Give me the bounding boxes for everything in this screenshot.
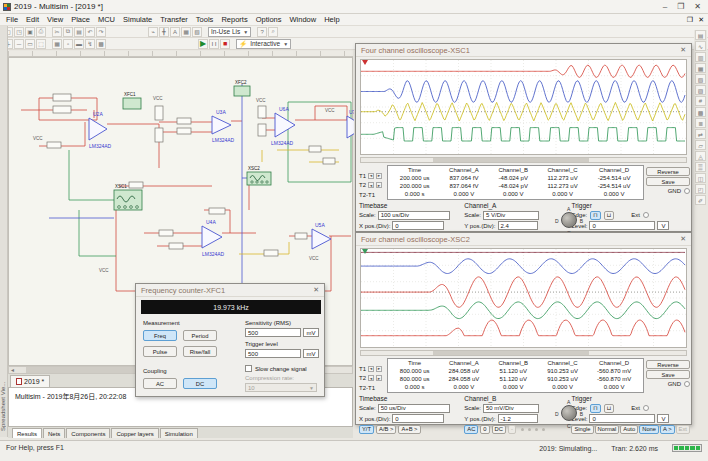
measurement-probe-icon[interactable]: ✐ xyxy=(695,195,706,205)
xsc2-minus-button[interactable]: - xyxy=(508,425,516,434)
function-generator-icon[interactable]: ∿ xyxy=(695,41,706,51)
xsc1-close-icon[interactable]: ✕ xyxy=(680,46,686,54)
xsc2-graph-area[interactable] xyxy=(360,248,687,348)
border-icon[interactable]: ▫ xyxy=(63,39,73,49)
xsc2-ext-button[interactable]: Ext xyxy=(676,425,690,434)
iv-analyzer-icon[interactable]: ▱ xyxy=(695,140,706,150)
t2-right-arrow[interactable]: ► xyxy=(376,182,382,188)
minimize-button[interactable]: – xyxy=(663,2,667,11)
maximize-button[interactable]: ❐ xyxy=(677,2,684,11)
zoom-fit-icon[interactable]: ⬚ xyxy=(36,39,46,49)
logic-analyzer-icon[interactable]: ≣ xyxy=(695,118,706,128)
xsc1-gnd-radio[interactable] xyxy=(684,188,690,194)
frequency-counter-icon[interactable]: # xyxy=(695,96,706,106)
xsc2-ypos-input[interactable]: -1.2 xyxy=(498,414,538,423)
xsc1-xpos-input[interactable]: 0 xyxy=(392,221,444,230)
ac-coupling-button[interactable]: AC xyxy=(143,378,177,389)
menu-reports[interactable]: Reports xyxy=(217,15,251,24)
network-analyzer-icon[interactable]: ◫ xyxy=(695,173,706,183)
pause-simulation-button[interactable]: ❙❙ xyxy=(209,39,219,49)
xfc1-instrument-icon[interactable] xyxy=(123,98,141,109)
logic-converter-icon[interactable]: ⇄ xyxy=(695,129,706,139)
xsc2-level-unit[interactable]: V xyxy=(657,414,669,423)
run-simulation-button[interactable]: ▶ xyxy=(198,39,208,49)
xsc1-title-bar[interactable]: Four channel oscilloscope-XSC1 ✕ xyxy=(356,44,691,57)
xsc2-edge-falling-button[interactable]: ⊔ xyxy=(604,404,615,413)
xsc1-timebase-scale-input[interactable]: 100 us/Div xyxy=(378,211,450,220)
menu-simulate[interactable]: Simulate xyxy=(119,15,156,24)
grapher-icon[interactable]: ▧ xyxy=(192,27,202,37)
menu-mcu[interactable]: MCU xyxy=(94,15,119,24)
xsc2-instrument-icon[interactable] xyxy=(247,172,271,185)
close-button[interactable]: ✕ xyxy=(694,2,701,11)
help-icon[interactable]: ? xyxy=(257,27,267,37)
menu-help[interactable]: Help xyxy=(320,15,343,24)
t1-left-arrow[interactable]: ◄ xyxy=(368,173,374,179)
xsc2-none-button[interactable]: None xyxy=(639,425,659,434)
dc-coupling-button[interactable]: DC xyxy=(183,378,217,389)
freq-button[interactable]: Freq xyxy=(143,330,177,341)
wire-icon[interactable]: ╋ xyxy=(159,27,169,37)
ruler-icon[interactable]: ▬ xyxy=(74,39,84,49)
spectrum-analyzer-icon[interactable]: ▒ xyxy=(695,162,706,172)
xfc1-title-bar[interactable]: Frequency counter-XFC1 ✕ xyxy=(136,284,324,297)
menu-file[interactable]: File xyxy=(2,15,22,24)
dial-knob-icon[interactable] xyxy=(561,405,577,421)
period-button[interactable]: Period xyxy=(183,330,217,341)
word-generator-icon[interactable]: ▩ xyxy=(695,107,706,117)
xsc1-cursor-marker[interactable] xyxy=(361,60,371,66)
trigger-level-unit[interactable]: mV xyxy=(303,349,319,358)
mdi-close-icon[interactable]: ✕ xyxy=(698,16,704,24)
xfc2-instrument-icon[interactable] xyxy=(234,86,250,96)
in-use-list-dropdown[interactable]: In-Use Lis▼ xyxy=(208,27,251,37)
xfc1-close-icon[interactable]: ✕ xyxy=(313,286,319,294)
xsc1-instrument-icon[interactable] xyxy=(114,190,142,210)
zoom-area-icon[interactable]: ▭ xyxy=(25,39,35,49)
menu-tools[interactable]: Tools xyxy=(192,15,218,24)
xsc2-edge-rising-button[interactable]: ⊓ xyxy=(590,404,601,413)
stop-simulation-button[interactable]: ■ xyxy=(220,39,230,49)
t2-left-arrow[interactable]: ◄ xyxy=(368,182,374,188)
component-icon[interactable]: ⌁ xyxy=(148,27,158,37)
text-icon[interactable]: A xyxy=(170,27,180,37)
find-icon[interactable]: ⌕ xyxy=(268,27,278,37)
open-file-icon[interactable]: ◳ xyxy=(14,27,24,37)
save-icon[interactable]: ▣ xyxy=(25,27,35,37)
dial-knob-icon[interactable] xyxy=(561,212,577,228)
wattmeter-icon[interactable]: ▥ xyxy=(695,52,706,62)
xsc1-save-button[interactable]: Save xyxy=(646,177,690,186)
instrument-icons[interactable] xyxy=(114,86,271,210)
xsc1-level-unit[interactable]: V xyxy=(657,221,669,230)
xsc1-reverse-button[interactable]: Reverse xyxy=(646,167,690,176)
xsc2-yt-button[interactable]: Y/T xyxy=(359,425,374,434)
xsc2-normal-button[interactable]: Normal xyxy=(595,425,620,434)
xsc2-reverse-button[interactable]: Reverse xyxy=(646,360,690,369)
bode-plotter-icon[interactable]: ▨ xyxy=(695,85,706,95)
menu-view[interactable]: View xyxy=(43,15,67,24)
t2-left-arrow[interactable]: ◄ xyxy=(368,375,374,381)
graph-icon[interactable]: ▦ xyxy=(181,27,191,37)
xsc2-channel-select-dots[interactable] xyxy=(521,428,545,431)
sensitivity-unit[interactable]: mV xyxy=(303,328,319,337)
xsc2-ac-button[interactable]: AC xyxy=(464,425,478,434)
four-channel-oscilloscope-icon[interactable]: ▧ xyxy=(695,74,706,84)
xsc2-ext-radio[interactable] xyxy=(643,405,649,411)
xsc2-gnd-radio[interactable] xyxy=(684,381,690,387)
xsc2-xpos-input[interactable]: 0 xyxy=(392,414,444,423)
breadboard-icon[interactable]: ▩ xyxy=(96,39,106,49)
probe-icon[interactable]: ↯ xyxy=(85,39,95,49)
grid-icon[interactable]: ▦ xyxy=(52,39,62,49)
tab-nets[interactable]: Nets xyxy=(43,428,65,438)
xsc2-zero-button[interactable]: 0 xyxy=(480,425,489,434)
agilent-generator-icon[interactable]: ◰ xyxy=(695,184,706,194)
trigger-level-input[interactable]: 500 xyxy=(245,349,301,358)
sensitivity-input[interactable]: 500 xyxy=(245,328,301,337)
undo-icon[interactable]: ↶ xyxy=(85,27,95,37)
menu-place[interactable]: Place xyxy=(67,15,94,24)
mdi-restore-icon[interactable]: ❐ xyxy=(687,16,693,24)
xsc1-graph-area[interactable] xyxy=(360,59,687,155)
xsc2-save-button[interactable]: Save xyxy=(646,370,690,379)
xsc2-channel-dial[interactable]: ABCD xyxy=(555,399,583,429)
xsc2-source-a-button[interactable]: A > xyxy=(660,425,675,434)
multimeter-icon[interactable]: ▤ xyxy=(695,30,706,40)
